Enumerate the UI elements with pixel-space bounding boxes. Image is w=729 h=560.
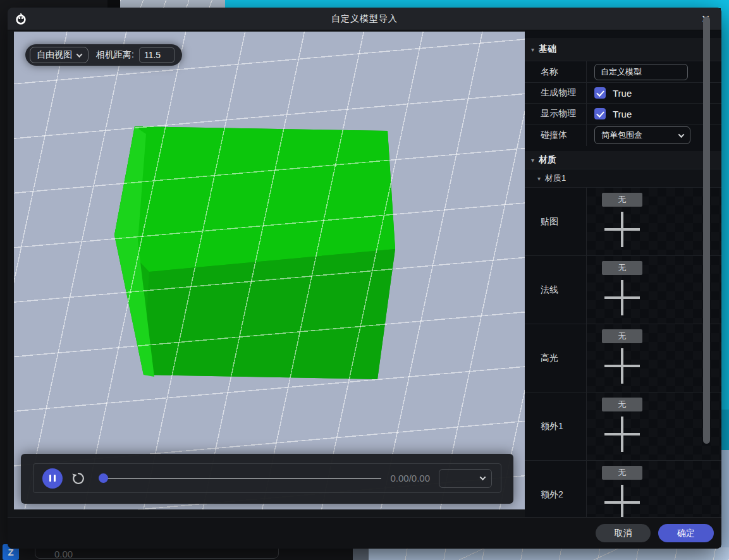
camera-distance-label: 相机距离: bbox=[96, 49, 134, 61]
collapse-triangle-icon: ▾ bbox=[531, 157, 534, 164]
show-physics-label: 显示物理 bbox=[525, 104, 587, 124]
generate-physics-checkbox[interactable] bbox=[594, 87, 606, 99]
slot-texture: 贴图 无 bbox=[525, 187, 721, 255]
backdrop-ui-fragment bbox=[353, 549, 369, 560]
plus-icon[interactable] bbox=[604, 212, 640, 247]
collapse-triangle-icon: ▾ bbox=[537, 175, 541, 182]
backdrop-scene-bottom bbox=[369, 547, 729, 560]
timeline-slider[interactable] bbox=[101, 478, 381, 479]
row-collider: 碰撞体 简单包围盒 bbox=[525, 124, 721, 146]
coordinate-value: 0.00 bbox=[54, 549, 73, 559]
row-show-physics: 显示物理 True bbox=[525, 103, 721, 124]
cancel-button[interactable]: 取消 bbox=[596, 524, 651, 542]
backdrop-scene-right bbox=[721, 450, 729, 560]
panel-scrollbar[interactable] bbox=[703, 16, 710, 444]
section-material[interactable]: ▾ 材质 bbox=[525, 151, 721, 169]
dialog-footer: 取消 确定 bbox=[8, 517, 721, 549]
viewport-toolbar: 自由视图 相机距离: 11.5 bbox=[25, 44, 182, 66]
normal-none-button[interactable]: 无 bbox=[602, 261, 642, 275]
chevron-down-icon bbox=[480, 474, 486, 480]
name-input[interactable] bbox=[594, 64, 688, 80]
texture-label: 贴图 bbox=[525, 188, 587, 255]
timeline-panel: 0.00/0.00 bbox=[21, 454, 513, 504]
subsection-material-1-title: 材质1 bbox=[545, 173, 566, 184]
plus-icon[interactable] bbox=[604, 485, 640, 517]
extra2-none-button[interactable]: 无 bbox=[602, 466, 642, 480]
row-name: 名称 bbox=[525, 61, 721, 82]
replay-icon[interactable] bbox=[71, 472, 85, 485]
plus-icon[interactable] bbox=[604, 417, 640, 452]
dialog-title: 自定义模型导入 bbox=[8, 8, 721, 30]
slot-extra-2: 额外2 无 bbox=[525, 460, 721, 517]
extra2-label: 额外2 bbox=[525, 461, 587, 517]
extra1-label: 额外1 bbox=[525, 393, 587, 460]
timeline-time: 0.00/0.00 bbox=[390, 473, 430, 484]
section-basic-title: 基础 bbox=[539, 44, 556, 55]
name-label: 名称 bbox=[525, 61, 587, 82]
normal-label: 法线 bbox=[525, 256, 587, 324]
section-material-title: 材质 bbox=[539, 154, 556, 166]
subsection-material-1[interactable]: ▾ 材质1 bbox=[525, 169, 721, 187]
backdrop-cyan-object-shaded bbox=[721, 410, 729, 450]
camera-distance-input[interactable]: 11.5 bbox=[139, 47, 175, 63]
chevron-down-icon bbox=[678, 131, 685, 138]
extra1-none-button[interactable]: 无 bbox=[602, 398, 642, 411]
view-mode-dropdown[interactable]: 自由视图 bbox=[30, 47, 89, 63]
dialog-titlebar: 自定义模型导入 ✕ bbox=[8, 8, 721, 30]
collider-label: 碰撞体 bbox=[525, 125, 587, 146]
backdrop-cyan-object-right bbox=[721, 0, 729, 410]
collapse-triangle-icon: ▾ bbox=[531, 46, 534, 53]
generate-physics-label: 生成物理 bbox=[525, 83, 587, 103]
specular-none-button[interactable]: 无 bbox=[602, 329, 642, 343]
specular-label: 高光 bbox=[525, 324, 587, 392]
timeline-dropdown[interactable] bbox=[439, 469, 492, 488]
texture-none-button[interactable]: 无 bbox=[602, 193, 642, 207]
plus-icon[interactable] bbox=[604, 280, 640, 315]
pause-button[interactable] bbox=[42, 468, 63, 489]
properties-panel: ▾ 基础 名称 生成物理 True 显示物理 True 碰撞体 bbox=[525, 30, 721, 517]
custom-model-import-dialog: 自定义模型导入 ✕ 自由视图 相机距离: 11.5 bbox=[8, 8, 721, 549]
show-physics-checkbox[interactable] bbox=[594, 108, 606, 119]
model-preview-viewport[interactable]: 自由视图 相机距离: 11.5 0.00/0.00 bbox=[14, 32, 525, 509]
section-basic[interactable]: ▾ 基础 bbox=[525, 38, 721, 61]
green-model-box bbox=[14, 32, 525, 509]
generate-physics-value: True bbox=[613, 88, 632, 99]
collider-value: 简单包围盒 bbox=[601, 130, 642, 141]
confirm-button[interactable]: 确定 bbox=[658, 524, 714, 542]
slot-extra-1: 额外1 无 bbox=[525, 392, 721, 460]
collider-dropdown[interactable]: 简单包围盒 bbox=[594, 126, 690, 144]
row-generate-physics: 生成物理 True bbox=[525, 82, 721, 103]
slider-thumb[interactable] bbox=[99, 473, 108, 483]
slot-normal: 法线 无 bbox=[525, 255, 721, 324]
slot-specular: 高光 无 bbox=[525, 324, 721, 392]
view-mode-value: 自由视图 bbox=[37, 49, 72, 61]
show-physics-value: True bbox=[613, 109, 632, 119]
plus-icon[interactable] bbox=[604, 348, 640, 384]
timeline-controls: 0.00/0.00 bbox=[33, 463, 501, 493]
chevron-down-icon bbox=[77, 51, 83, 58]
